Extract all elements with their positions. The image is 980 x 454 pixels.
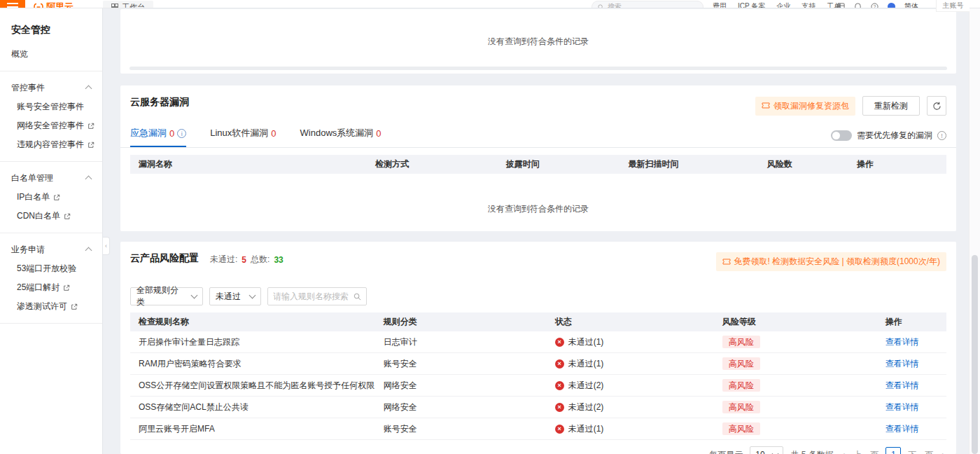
sidebar-divider <box>0 71 102 71</box>
refresh-icon <box>932 102 941 111</box>
view-details-link[interactable]: 查看详情 <box>886 380 919 392</box>
empty-result-text: 没有查询到符合条件的记录 <box>120 9 956 48</box>
global-search-input[interactable]: 搜索... <box>592 1 704 8</box>
rule-category: 账号安全 <box>384 423 417 435</box>
current-page-button[interactable]: 1 <box>886 447 901 454</box>
sidebar-group-events[interactable]: 管控事件 <box>0 78 102 97</box>
server-vulnerability-card: 云服务器漏洞 领取漏洞修复资源包 重新检测 应急漏洞 0 i Li <box>120 85 956 231</box>
help-icon[interactable]: ? <box>871 3 878 9</box>
total-label: 总数: <box>251 254 270 266</box>
view-details-link[interactable]: 查看详情 <box>886 401 919 413</box>
fail-count: 5 <box>241 255 246 265</box>
prev-page-button[interactable]: 上一页 <box>853 449 878 454</box>
sidebar-item-ip-whitelist[interactable]: IP白名单 <box>0 188 102 207</box>
data-risk-promo[interactable]: 免费领取! 检测数据安全风险 | 领取检测额度(1000次/年) <box>716 252 946 271</box>
total-count: 33 <box>274 255 283 265</box>
col-vuln-name: 漏洞名称 <box>130 158 367 170</box>
workbench-button[interactable]: 工作台 <box>103 1 153 8</box>
vertical-scrollbar[interactable] <box>969 8 980 454</box>
tab-linux-vuln[interactable]: Linux软件漏洞 0 <box>210 124 276 147</box>
status-text: 未通过(1) <box>568 358 604 370</box>
vuln-fix-package-promo[interactable]: 领取漏洞修复资源包 <box>755 97 855 116</box>
sidebar-item-account-security-events[interactable]: 账号安全管控事件 <box>0 97 102 116</box>
empty-result-text: 没有查询到符合条件的记录 <box>120 174 956 215</box>
refresh-button[interactable] <box>927 96 946 116</box>
risk-level-badge: 高风险 <box>722 336 760 348</box>
rule-name: 阿里云账号开启MFA <box>139 423 215 435</box>
account-type-label: 主账号 <box>936 0 969 12</box>
external-link-icon <box>71 303 78 310</box>
external-link-icon <box>88 142 94 149</box>
col-status: 状态 <box>547 316 714 328</box>
tab-windows-vuln[interactable]: Windows系统漏洞 0 <box>300 124 382 147</box>
aliyun-logo-icon <box>34 3 43 8</box>
sidebar-item-pentest-permission[interactable]: 渗透测试许可 <box>0 297 102 316</box>
per-page-select[interactable]: 10 <box>750 446 783 454</box>
aliyun-logo[interactable]: 阿里云 <box>34 0 74 8</box>
hamburger-menu-icon[interactable] <box>0 0 25 8</box>
sidebar-collapse-handle[interactable]: ‹ <box>103 237 110 255</box>
table-row: 阿里云账号开启MFA 账号安全 未通过(1) 高风险 查看详情 <box>130 418 946 440</box>
rule-category-select[interactable]: 全部规则分类 <box>130 287 203 305</box>
fail-label: 未通过: <box>210 254 237 266</box>
rule-name: RAM用户密码策略符合要求 <box>139 358 241 370</box>
priority-fix-label: 需要优先修复的漏洞 <box>857 130 932 142</box>
menu-icp[interactable]: ICP 备案 <box>738 1 765 8</box>
status-filter-select[interactable]: 未通过 <box>209 287 261 305</box>
chevron-down-icon <box>191 291 198 298</box>
rule-category: 网络安全 <box>384 380 417 392</box>
col-action: 操作 <box>848 158 946 170</box>
risk-stats: 未通过: 5 总数: 33 <box>210 252 284 266</box>
view-details-link[interactable]: 查看详情 <box>886 336 919 348</box>
priority-fix-toggle[interactable] <box>831 130 852 141</box>
horizontal-scrollbar[interactable] <box>130 67 947 70</box>
scrollbar-thumb[interactable] <box>972 255 978 454</box>
view-details-link[interactable]: 查看详情 <box>886 358 919 370</box>
recheck-button[interactable]: 重新检测 <box>862 96 920 116</box>
menu-billing[interactable]: 费用 <box>713 1 727 8</box>
sidebar-group-business-apply[interactable]: 业务申请 <box>0 240 102 259</box>
fail-status-icon <box>555 338 564 347</box>
menu-support[interactable]: 支持 <box>802 1 816 8</box>
sidebar-item-violation-content-events[interactable]: 违规内容管控事件 <box>0 135 102 154</box>
col-risk-level: 风险等级 <box>714 316 877 328</box>
external-link-icon <box>53 194 60 201</box>
info-icon[interactable]: i <box>177 129 186 138</box>
next-page-arrow-icon[interactable]: › <box>940 449 946 454</box>
fail-status-icon <box>555 381 564 390</box>
app-grid-icon[interactable] <box>837 3 845 9</box>
rule-search-input[interactable] <box>273 291 351 301</box>
sidebar-group-whitelist[interactable]: 白名单管理 <box>0 169 102 188</box>
bell-icon[interactable] <box>854 3 862 9</box>
chevron-down-icon <box>772 450 779 454</box>
product-risk-config-card: 云产品风险配置 未通过: 5 总数: 33 免费领取! 检测数据安全风险 | 领… <box>120 242 956 454</box>
workbench-label: 工作台 <box>122 2 145 9</box>
sidebar-item-port25-unblock[interactable]: 25端口解封 <box>0 278 102 297</box>
external-link-icon <box>88 123 94 130</box>
menu-enterprise[interactable]: 企业 <box>776 1 790 8</box>
sidebar-item-overview[interactable]: 概览 <box>0 45 102 64</box>
view-details-link[interactable]: 查看详情 <box>886 423 919 435</box>
next-page-button[interactable]: 下一页 <box>908 449 933 454</box>
col-detect-method: 检测方式 <box>367 158 498 170</box>
prev-page-arrow-icon[interactable]: ‹ <box>841 449 847 454</box>
risk-table-header: 检查规则名称 规则分类 状态 风险等级 操作 <box>130 312 946 331</box>
tab-count: 0 <box>271 128 276 139</box>
locale-switch[interactable]: 简体 <box>904 1 918 8</box>
top-nav-bar: 阿里云 工作台 搜索... 费用 ICP 备案 企业 支持 工单 <box>0 0 980 8</box>
rule-search-box[interactable] <box>267 287 367 305</box>
total-records-text: 共 5 条数据 <box>790 449 833 454</box>
col-rule-category: 规则分类 <box>375 316 547 328</box>
sidebar-item-cdn-whitelist[interactable]: CDN白名单 <box>0 207 102 226</box>
sidebar-item-port53-check[interactable]: 53端口开放校验 <box>0 259 102 278</box>
warn-info-icon[interactable]: ! <box>937 131 946 140</box>
pagination: 每页显示 10 共 5 条数据 ‹ 上一页 1 下一页 › <box>130 446 946 454</box>
tab-emergency-vuln[interactable]: 应急漏洞 0 i <box>130 124 186 147</box>
sidebar-item-network-security-events[interactable]: 网络安全管控事件 <box>0 116 102 135</box>
avatar[interactable] <box>888 3 895 9</box>
logo-text: 阿里云 <box>46 1 74 8</box>
external-link-icon <box>63 284 70 291</box>
rule-name: 开启操作审计全量日志跟踪 <box>139 336 239 348</box>
rule-name: OSS存储空间ACL禁止公共读 <box>139 401 248 413</box>
fail-status-icon <box>555 425 564 434</box>
